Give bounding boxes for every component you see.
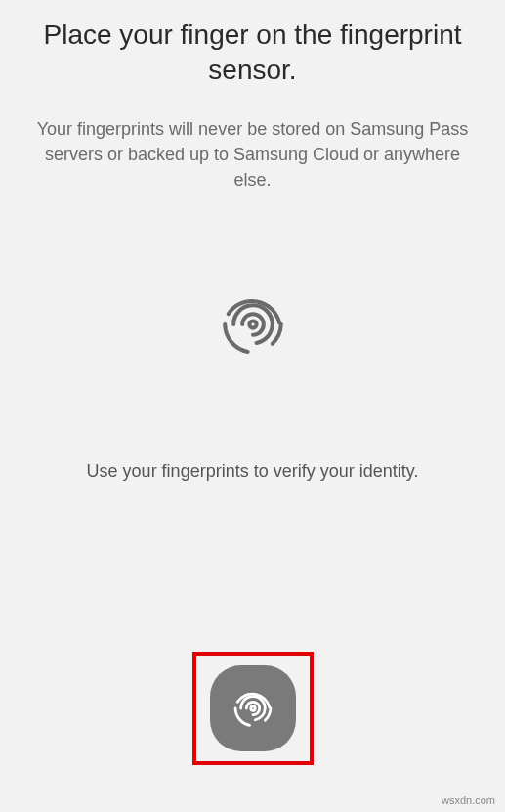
privacy-subtitle: Your fingerprints will never be stored o… (0, 116, 505, 192)
page-title: Place your finger on the fingerprint sen… (0, 18, 505, 89)
sensor-highlight-box (192, 652, 314, 765)
fingerprint-icon (209, 280, 297, 368)
fingerprint-illustration (209, 280, 297, 368)
fingerprint-sensor-button[interactable] (210, 665, 296, 751)
watermark-text: wsxdn.com (442, 794, 495, 806)
fingerprint-sensor-icon (226, 681, 280, 736)
verify-instruction: Use your fingerprints to verify your ide… (58, 461, 448, 482)
